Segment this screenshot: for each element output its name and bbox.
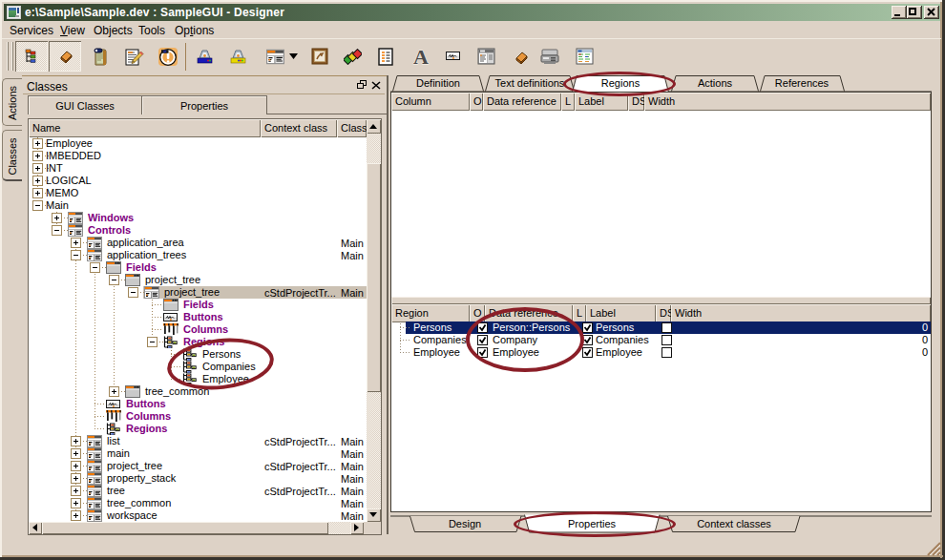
svg-text:Context classes: Context classes xyxy=(697,518,771,529)
svg-text:Design: Design xyxy=(449,518,481,529)
svg-text:Text definitions: Text definitions xyxy=(495,77,565,89)
svg-text:A: A xyxy=(413,47,429,66)
svg-text:Actions: Actions xyxy=(698,77,733,89)
svg-text:Definition: Definition xyxy=(416,77,460,89)
svg-text:References: References xyxy=(775,77,830,89)
